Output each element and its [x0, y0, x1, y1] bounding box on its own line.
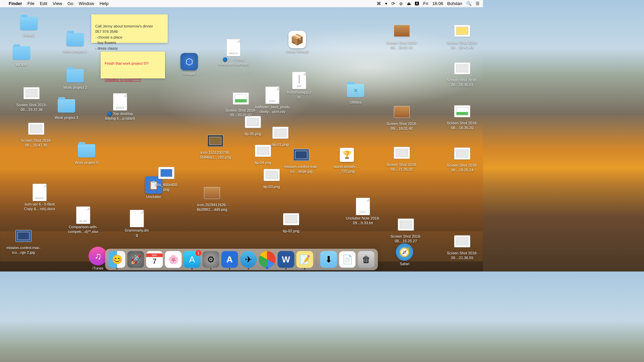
file-mission-2[interactable]: mission-control-mac-ico…rge 2.jpg — [3, 227, 44, 255]
dock-app-a[interactable]: A — [221, 251, 238, 268]
image-icon — [15, 230, 32, 242]
screenshot-icon — [454, 147, 470, 160]
image-icon — [158, 167, 174, 179]
folder-wp1[interactable]: Work project 1 — [62, 31, 89, 54]
menubar-time[interactable]: 18:06 — [432, 1, 443, 6]
dock-calendar[interactable]: SEP 7 — [146, 251, 163, 268]
folder-icon — [13, 46, 30, 60]
file-icon1531-png[interactable]: icon-1531230736-5b44ba1…c82.png — [195, 132, 235, 160]
app-safari[interactable]: 🧭 Safari — [391, 243, 418, 267]
folder-utilities[interactable]: Utilities — [342, 82, 369, 105]
file-laurel-png[interactable]: 🏆 laurel-wreath-…_720.png — [327, 146, 367, 174]
folder-home[interactable]: HOME — [15, 15, 42, 38]
screenshot-1[interactable]: Screen Shot 2018-09…19.37.36 — [11, 84, 52, 113]
screenshot-icon — [28, 123, 44, 135]
file-unclutter-txt[interactable]: TXT Unclutter Note 2018-09…9.33.txt — [343, 198, 383, 226]
menu-help[interactable]: Help — [100, 1, 109, 6]
image-icon — [264, 169, 280, 181]
folder-icon — [347, 84, 364, 97]
screenshot-9[interactable]: Screen Shot 2018-08…16.35.01 — [442, 60, 482, 88]
dock-documents-stack[interactable]: 📄 — [339, 251, 356, 268]
file-38a-png[interactable]: 38a_400x400.png — [153, 164, 180, 192]
file-comparison-xlsx[interactable]: XLSX Comparison-with-competi…d)**.xlsx — [63, 206, 103, 235]
screenshot-3[interactable]: Screen Shot 2018-09…20.01.07 — [221, 90, 261, 118]
file-tip02[interactable]: tip-02.png — [278, 210, 305, 234]
folder-wp2[interactable]: Work project 2 — [62, 67, 89, 90]
screenshot-icon — [394, 147, 410, 159]
file-tip04[interactable]: tip-04.png — [250, 142, 276, 166]
menu-file[interactable]: File — [28, 1, 35, 6]
screenshot-12[interactable]: Screen Shot 2018-09…21.36.55 — [442, 233, 482, 261]
folder-wp3[interactable]: Work project 3 — [53, 97, 80, 121]
file-sumup-docx[interactable]: DOCX sum-up! 6 - 5 Best Copy &…rds).docx — [19, 184, 60, 212]
spotlight-icon[interactable]: 🔍 — [466, 1, 472, 6]
menuextra-tray-icon[interactable]: ▾ — [385, 1, 387, 6]
screenshot-8[interactable]: Screen Shot 2018-08…18.41.43 — [442, 22, 482, 50]
folder-icon — [58, 99, 75, 113]
dock: 😊 🚀 SEP 7 🌸 A 1 ⚙ A ✈ W 📝 ⬇ 📄 🗑 — [105, 249, 378, 270]
screenshot-11[interactable]: Screen Shot 2018-08…18.25.14 — [442, 145, 482, 173]
appstore-badge: 1 — [196, 250, 202, 256]
dock-appstore[interactable]: A 1 — [184, 251, 201, 268]
screenshot-4[interactable]: Screen Shot 2018-09…18.01.51 — [382, 22, 422, 50]
screenshot-icon — [398, 219, 414, 231]
calendar-month: SEP — [146, 253, 163, 257]
menubar-app[interactable]: Finder — [9, 1, 22, 6]
docx-icon: DOCX — [113, 93, 127, 111]
folder-work[interactable]: WORK — [8, 44, 35, 68]
dock-launchpad[interactable]: 🚀 — [127, 251, 144, 268]
install-setapp-icon: 📦 — [288, 31, 306, 48]
menu-go[interactable]: Go — [67, 1, 73, 6]
notification-center-icon[interactable]: ☰ — [476, 1, 480, 6]
dock-telegram[interactable]: ✈ — [240, 251, 257, 268]
app-setapp[interactable]: ⬡ Setapp — [176, 53, 203, 76]
menubar-user[interactable]: Bohdan — [447, 1, 462, 6]
menu-view[interactable]: View — [53, 1, 62, 6]
dock-stickies[interactable]: 📝 — [297, 251, 313, 268]
menu-edit[interactable]: Edit — [40, 1, 47, 6]
dock-finder[interactable]: 😊 — [109, 251, 125, 268]
file-top-desktop-docx[interactable]: DOCX 🔵 Top desktop tidying ti…p (start) — [100, 93, 140, 121]
dock-trash[interactable]: 🗑 — [358, 251, 375, 268]
file-icon1529-png[interactable]: icon-1529411626-6b28f82…dd9.png — [192, 184, 232, 213]
setapp-icon: ⬡ — [180, 53, 198, 70]
dock-photos[interactable]: 🌸 — [165, 251, 182, 268]
screenshot-10[interactable]: Screen Shot 2018-08…16.35.20 — [442, 103, 482, 131]
txt-icon: TXT — [356, 198, 370, 215]
dock-system-prefs[interactable]: ⚙ — [203, 251, 219, 268]
dock-downloads[interactable]: ⬇ — [320, 251, 337, 268]
image-icon — [204, 187, 220, 199]
screenshot-6[interactable]: Screen Shot 2018-08…21.05.02 — [382, 144, 422, 172]
wifi-icon[interactable]: ⊚ — [399, 1, 403, 6]
screenshot-2[interactable]: Screen Shot 2018-08…20.47.35 — [16, 120, 56, 148]
dock-separator — [317, 251, 317, 267]
menubar: Finder File Edit View Go Window Help ⌘ ▾… — [0, 0, 483, 7]
screenshot-7[interactable]: Screen Shot 2018-08…16.25.27 — [386, 216, 426, 244]
sticky-note-2[interactable]: Finish that work project 5!!! Deadline i… — [101, 52, 165, 78]
screenshot-icon — [23, 87, 40, 99]
sticky-note-1[interactable]: Call Jenny about tomorrow's dinner 057 9… — [91, 14, 168, 43]
image-icon — [207, 135, 223, 147]
screenshot-icon — [454, 62, 470, 74]
screenshot-icon — [233, 93, 249, 105]
file-grammarly-dmg[interactable]: Grammarly.dmg — [123, 210, 150, 238]
eject-icon[interactable]: ⏏ — [407, 1, 411, 6]
screenshot-icon — [454, 235, 470, 247]
dock-chrome[interactable] — [259, 251, 276, 268]
screenshot-5[interactable]: Screen Shot 2018-09…18.01.42 — [382, 103, 422, 131]
input-source-icon[interactable]: A — [415, 2, 419, 5]
docx-icon: DOCX — [226, 39, 240, 56]
dock-word[interactable]: W — [278, 251, 294, 268]
screenshot-icon — [454, 25, 470, 37]
menuextra-sync-icon[interactable]: ⟳ — [391, 1, 395, 6]
file-notepads-docx[interactable]: DOCX 🔵 7 - 5 Best Notepads (almost) — [213, 39, 254, 67]
file-mission-large[interactable]: mission-control-mac-ico…large.jpg — [281, 146, 321, 174]
folder-icon — [78, 144, 95, 158]
sticky-note-2-line1: Finish that work project 5!!! — [105, 61, 149, 65]
menuextra-icon[interactable]: ⌘ — [377, 1, 381, 6]
menubar-day[interactable]: Fri — [423, 1, 428, 6]
menu-window[interactable]: Window — [78, 1, 94, 6]
folder-wp5[interactable]: Work project 5 — [73, 142, 100, 166]
safari-icon: 🧭 — [396, 243, 413, 261]
app-install-setapp[interactable]: 📦 Install Setapp — [284, 31, 311, 54]
